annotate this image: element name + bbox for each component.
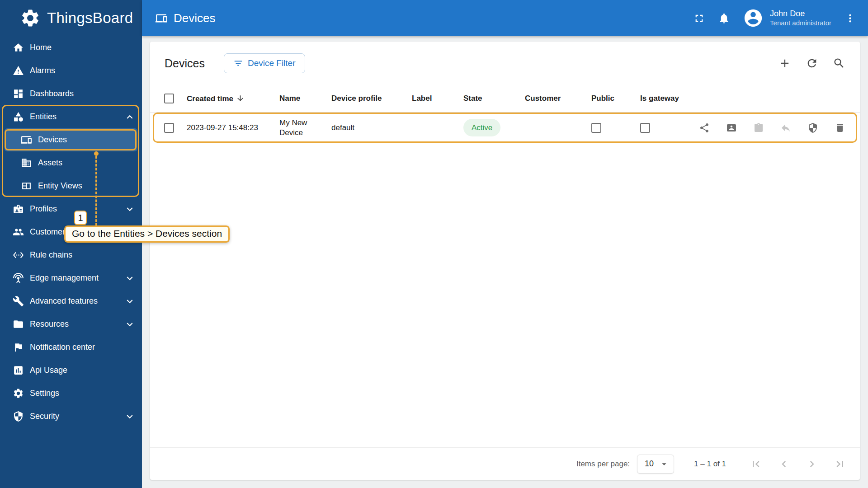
sidebar-item-edge-management[interactable]: Edge management — [0, 267, 142, 290]
select-all-cell — [154, 94, 183, 103]
sidebar-item-label: Dashboards — [30, 89, 74, 99]
notifications-bell-icon[interactable] — [718, 12, 730, 24]
chevron-down-icon — [124, 203, 136, 215]
flag-icon — [13, 342, 24, 353]
gear-icon — [13, 388, 24, 399]
next-page-icon[interactable] — [806, 458, 818, 470]
page-size-select[interactable]: 10 — [637, 455, 674, 474]
sidebar-item-label: Edge management — [30, 273, 99, 283]
domain-building-icon — [21, 157, 32, 169]
row-checkbox[interactable] — [164, 123, 174, 133]
table-row[interactable]: 2023-09-27 15:48:23 My New Device defaul… — [153, 113, 857, 143]
is-gateway-checkbox[interactable] — [640, 123, 650, 133]
page-title: Devices — [165, 57, 205, 70]
last-page-icon[interactable] — [834, 458, 846, 470]
table-toolbar-icons — [778, 57, 845, 70]
column-created-time[interactable]: Created time — [183, 94, 276, 103]
sidebar: ThingsBoard Home Alarms Dashboards Entit… — [0, 0, 142, 488]
card-header: Devices Device Filter — [150, 42, 860, 85]
column-state[interactable]: State — [460, 94, 521, 103]
chevron-down-icon — [124, 272, 136, 284]
sort-desc-arrow-icon — [236, 94, 245, 103]
sidebar-nav: Home Alarms Dashboards Entities Devices — [0, 36, 142, 428]
view-quilt-icon — [21, 180, 32, 192]
device-filter-button[interactable]: Device Filter — [224, 53, 305, 73]
sidebar-item-rule-chains[interactable]: Rule chains — [0, 244, 142, 267]
cell-device-profile: default — [328, 123, 408, 132]
delete-icon[interactable] — [835, 122, 845, 133]
manage-credentials-icon[interactable] — [807, 122, 818, 133]
topbar-actions: John Doe Tenant administrator — [693, 8, 856, 28]
wrench-icon — [13, 296, 24, 307]
state-badge: Active — [463, 119, 500, 136]
unassign-from-customer-icon[interactable] — [780, 122, 791, 133]
brand-logo[interactable]: ThingsBoard — [0, 0, 142, 36]
first-page-icon[interactable] — [750, 458, 762, 470]
sidebar-item-entity-views[interactable]: Entity Views — [0, 174, 142, 197]
user-role: Tenant administrator — [770, 19, 831, 28]
row-actions — [695, 122, 857, 133]
sidebar-item-settings[interactable]: Settings — [0, 382, 142, 405]
topbar: Devices John Doe Tenant administrator — [142, 0, 868, 36]
share-icon[interactable] — [699, 122, 710, 133]
add-icon[interactable] — [778, 57, 791, 70]
cell-created-time: 2023-09-27 15:48:23 — [183, 123, 276, 132]
brand-name: ThingsBoard — [47, 9, 133, 27]
search-icon[interactable] — [833, 57, 845, 70]
sidebar-item-label: Api Usage — [30, 366, 67, 375]
public-checkbox[interactable] — [591, 123, 601, 133]
column-name[interactable]: Name — [276, 94, 328, 103]
dashboard-grid-icon — [13, 88, 24, 99]
column-is-gateway[interactable]: Is gateway — [637, 94, 695, 103]
shield-icon — [13, 411, 24, 422]
sidebar-item-label: Entities — [30, 112, 57, 122]
sidebar-item-devices[interactable]: Devices — [5, 128, 137, 151]
sidebar-item-alarms[interactable]: Alarms — [0, 59, 142, 82]
badge-icon — [13, 203, 24, 215]
sidebar-item-resources[interactable]: Resources — [0, 313, 142, 336]
column-public[interactable]: Public — [588, 94, 637, 103]
assign-to-customer-icon[interactable] — [726, 122, 737, 133]
sidebar-item-home[interactable]: Home — [0, 36, 142, 59]
select-all-checkbox[interactable] — [164, 94, 174, 103]
pagination-bar: Items per page: 10 1 – 1 of 1 — [150, 447, 860, 480]
sidebar-item-entities[interactable]: Entities — [0, 105, 142, 128]
avatar[interactable] — [743, 8, 764, 28]
sidebar-item-advanced-features[interactable]: Advanced features — [0, 290, 142, 313]
dropdown-caret-icon — [659, 459, 669, 469]
sidebar-item-api-usage[interactable]: Api Usage — [0, 359, 142, 382]
category-icon — [13, 111, 24, 122]
table-header: Created time Name Device profile Label S… — [150, 85, 860, 113]
devices-icon — [156, 12, 168, 24]
items-per-page-label: Items per page: — [576, 460, 630, 469]
sidebar-item-label: Entity Views — [38, 181, 82, 191]
chevron-up-icon — [124, 111, 136, 123]
fullscreen-icon[interactable] — [693, 12, 705, 24]
sidebar-item-notification-center[interactable]: Notification center — [0, 336, 142, 359]
column-device-profile[interactable]: Device profile — [328, 94, 408, 103]
row-select-cell — [154, 123, 183, 133]
refresh-icon[interactable] — [806, 57, 818, 70]
antenna-icon — [13, 272, 24, 284]
sidebar-item-security[interactable]: Security — [0, 405, 142, 428]
sidebar-item-label: Settings — [30, 389, 59, 398]
make-public-icon[interactable] — [753, 122, 764, 133]
column-customer[interactable]: Customer — [521, 94, 588, 103]
more-vert-icon[interactable] — [844, 12, 856, 24]
thingsboard-gear-logo-icon — [20, 8, 41, 28]
warning-triangle-icon — [13, 65, 24, 76]
column-label[interactable]: Label — [408, 94, 460, 103]
cell-state: Active — [460, 119, 521, 136]
prev-page-icon[interactable] — [778, 458, 790, 470]
sidebar-item-assets[interactable]: Assets — [0, 151, 142, 174]
sidebar-item-profiles[interactable]: Profiles — [0, 197, 142, 221]
content-area: Devices Device Filter Created time — [142, 36, 868, 488]
sidebar-item-dashboards[interactable]: Dashboards — [0, 82, 142, 105]
device-filter-label: Device Filter — [248, 58, 296, 68]
sidebar-item-label: Resources — [30, 319, 69, 329]
topbar-title: Devices — [174, 11, 215, 25]
sidebar-item-label: Rule chains — [30, 250, 72, 260]
sidebar-item-label: Advanced features — [30, 296, 98, 306]
user-name: John Doe — [770, 9, 831, 19]
sidebar-item-customers[interactable]: Customers — [0, 221, 142, 244]
